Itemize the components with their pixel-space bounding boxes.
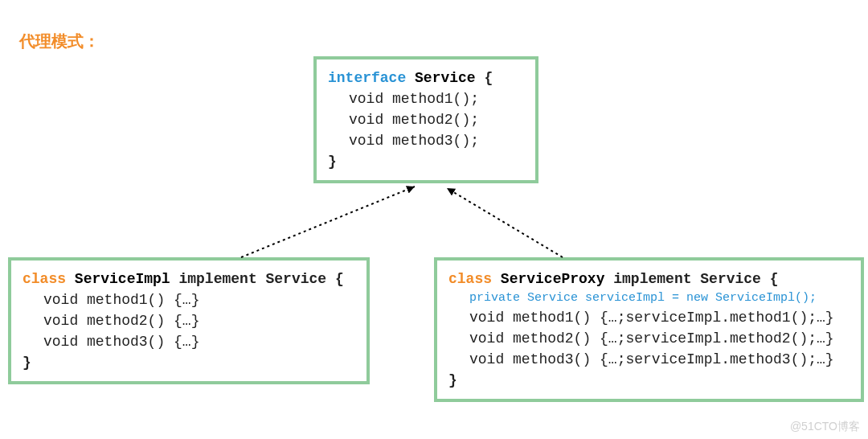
box-service-proxy: class ServiceProxy implement Service { p… — [434, 257, 864, 402]
close-brace: } — [328, 151, 524, 172]
keyword-interface: interface — [328, 70, 406, 86]
interface-line-3: void method3(); — [328, 130, 524, 151]
arrow-impl-to-interface — [241, 187, 415, 257]
impl-line-3: void method3() {…} — [23, 331, 355, 352]
proxy-line-3: void method3() {…;serviceImpl.method3();… — [448, 349, 850, 370]
keyword-class: class — [448, 271, 492, 287]
close-brace: } — [23, 352, 355, 373]
interface-line-2: void method2(); — [328, 109, 524, 130]
keyword-class: class — [23, 271, 66, 287]
proxy-name: ServiceProxy — [501, 271, 605, 287]
proxy-line-1: void method1() {…;serviceImpl.method1();… — [448, 307, 850, 328]
arrow-proxy-to-interface — [447, 188, 563, 257]
proxy-field: private Service serviceImpl = new Servic… — [448, 289, 850, 307]
interface-line-1: void method1(); — [328, 88, 524, 109]
box-service-interface: interface Service { void method1(); void… — [313, 56, 538, 183]
proxy-rest: implement Service { — [613, 271, 778, 287]
proxy-heading: class ServiceProxy implement Service { — [448, 269, 850, 289]
impl-rest: implement Service { — [178, 271, 343, 287]
impl-name: ServiceImpl — [75, 271, 170, 287]
interface-name: Service — [415, 70, 476, 86]
impl-line-2: void method2() {…} — [23, 310, 355, 331]
close-brace: } — [448, 370, 850, 391]
watermark: @51CTO博客 — [790, 420, 860, 434]
proxy-line-2: void method2() {…;serviceImpl.method2();… — [448, 328, 850, 349]
open-brace: { — [484, 70, 493, 86]
box-service-impl: class ServiceImpl implement Service { vo… — [8, 257, 370, 384]
impl-heading: class ServiceImpl implement Service { — [23, 269, 355, 289]
impl-line-1: void method1() {…} — [23, 289, 355, 310]
diagram-title: 代理模式： — [19, 31, 100, 52]
interface-heading: interface Service { — [328, 68, 524, 88]
